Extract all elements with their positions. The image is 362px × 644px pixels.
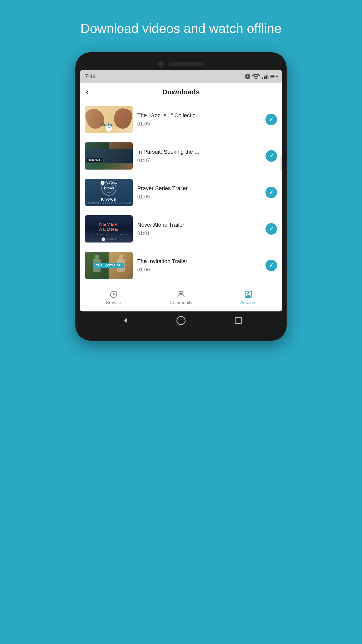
- known-subtitle: EXPERIENCING GOD IN DAILY PRAYER: [86, 202, 132, 204]
- status-bar: 7:44 P: [80, 70, 282, 83]
- app-indicator-icon: P: [245, 74, 250, 79]
- video-info: The Invitation Trailer 01:00: [137, 258, 261, 273]
- checkmark-icon: ✓: [269, 153, 274, 159]
- video-info: In Pursuit: Seeking the ... 01:37: [137, 148, 261, 164]
- svg-marker-3: [113, 293, 115, 296]
- video-title: The "God is..." Collectio...: [137, 112, 261, 119]
- svg-text:KNOWN: KNOWN: [104, 187, 114, 190]
- phone-speaker: [169, 62, 204, 66]
- video-thumbnail: in pursuit: [85, 142, 133, 170]
- video-item[interactable]: Y YDISCIPLE KNOWN Known EXPERIENCING GOD: [80, 174, 282, 211]
- signal-bars: [262, 74, 268, 79]
- never-alone-yd: Y YDISCIPLE: [102, 237, 116, 241]
- phone-frame: 7:44 P ‹: [75, 52, 287, 341]
- bottom-nav: Browse Community Account: [80, 284, 282, 311]
- account-icon: [244, 290, 253, 299]
- video-duration: 01:37: [137, 157, 261, 163]
- video-info: Never Alone Trailer 01:01: [137, 221, 261, 236]
- phone-nav-bar: [80, 311, 282, 328]
- video-item[interactable]: THE INVITATION The Invitation Trailer 01…: [80, 247, 282, 284]
- video-list: God Is... Y The "God is..." Collectio...…: [80, 101, 282, 284]
- never-alone-text: NEVERALONE: [99, 222, 119, 232]
- back-button[interactable]: ‹: [86, 88, 88, 96]
- content-area: God Is... Y The "God is..." Collectio...…: [80, 101, 282, 284]
- video-title: Prayer Series Trailer: [137, 185, 261, 192]
- community-label: Community: [169, 300, 192, 305]
- download-check: ✓: [265, 260, 277, 271]
- video-info: Prayer Series Trailer 01:05: [137, 185, 261, 200]
- download-check: ✓: [265, 150, 277, 162]
- scrollbar: [281, 156, 282, 171]
- status-time: 7:44: [85, 73, 96, 80]
- download-check: ✓: [265, 223, 277, 235]
- video-item[interactable]: God Is... Y The "God is..." Collectio...…: [80, 101, 282, 138]
- promo-title: Download videos and watch offline: [60, 20, 302, 37]
- video-duration: 01:09: [137, 121, 261, 127]
- video-title: In Pursuit: Seeking the ...: [137, 148, 261, 156]
- video-thumbnail: God Is... Y: [85, 106, 133, 133]
- video-duration: 01:05: [137, 194, 261, 200]
- nav-item-browse[interactable]: Browse: [80, 284, 147, 311]
- svg-point-5: [181, 291, 183, 294]
- video-title: Never Alone Trailer: [137, 221, 261, 229]
- checkmark-icon: ✓: [269, 116, 274, 123]
- browse-label: Browse: [106, 300, 121, 305]
- checkmark-icon: ✓: [269, 189, 274, 196]
- checkmark-icon: ✓: [269, 262, 274, 269]
- nav-item-community[interactable]: Community: [147, 284, 215, 311]
- status-icons: P: [245, 72, 277, 81]
- in-pursuit-label: in pursuit: [87, 158, 102, 162]
- wifi-icon: [252, 72, 260, 81]
- battery-icon: [270, 75, 277, 78]
- recent-nav-button[interactable]: [233, 315, 243, 326]
- nav-item-account[interactable]: Account: [215, 284, 282, 311]
- video-item[interactable]: NEVERALONE LIFE WITH THE HOLY SPIRIT Y Y…: [80, 211, 282, 247]
- checkmark-icon: ✓: [269, 226, 274, 232]
- svg-point-7: [247, 292, 250, 294]
- invitation-label: THE INVITATION: [94, 263, 124, 268]
- community-icon: [177, 290, 185, 299]
- video-info: The "God is..." Collectio... 01:09: [137, 112, 261, 127]
- never-alone-subtitle: LIFE WITH THE HOLY SPIRIT: [89, 233, 129, 235]
- known-text: Known: [101, 197, 117, 202]
- account-label: Account: [240, 300, 256, 305]
- video-thumbnail: Y YDISCIPLE KNOWN Known EXPERIENCING GOD: [85, 179, 133, 206]
- download-check: ✓: [265, 187, 277, 198]
- video-thumbnail: THE INVITATION: [85, 252, 133, 279]
- video-duration: 01:00: [137, 267, 261, 273]
- video-thumbnail: NEVERALONE LIFE WITH THE HOLY SPIRIT Y Y…: [85, 215, 133, 243]
- browse-icon: [109, 290, 118, 299]
- download-check: ✓: [265, 114, 277, 125]
- phone-screen: 7:44 P ‹: [80, 70, 282, 311]
- home-nav-button[interactable]: [176, 315, 186, 326]
- video-duration: 01:01: [137, 230, 261, 236]
- video-title: The Invitation Trailer: [137, 258, 261, 265]
- page-title: Downloads: [162, 88, 200, 96]
- video-item[interactable]: in pursuit In Pursuit: Seeking the ... 0…: [80, 138, 282, 174]
- phone-top-bar: [80, 57, 282, 70]
- ydisciple-logo: Y: [106, 126, 112, 132]
- app-header: ‹ Downloads: [80, 83, 282, 101]
- phone-camera: [158, 61, 164, 67]
- back-nav-button[interactable]: [119, 315, 129, 326]
